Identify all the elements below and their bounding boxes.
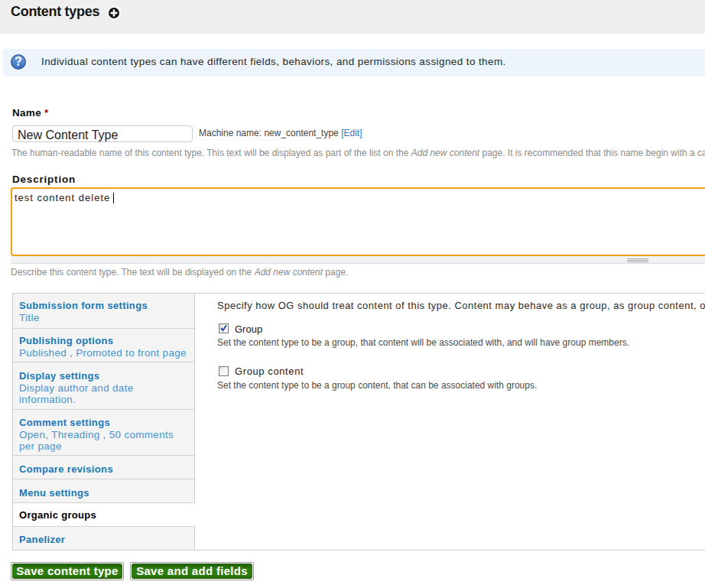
svg-text:?: ? [15,55,22,68]
